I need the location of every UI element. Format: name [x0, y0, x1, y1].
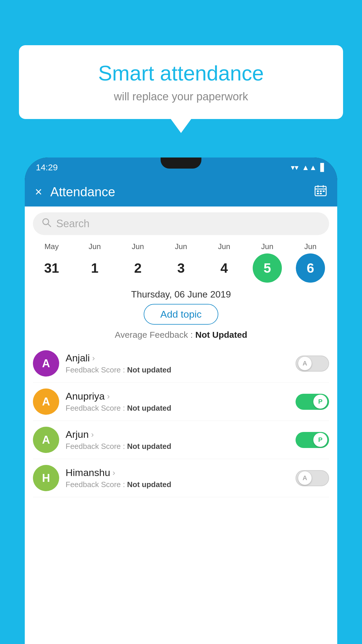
cal-date-number[interactable]: 6: [296, 253, 325, 283]
feedback-value: Not updated: [127, 404, 171, 412]
svg-rect-8: [320, 193, 322, 194]
avg-feedback-value: Not Updated: [195, 330, 247, 340]
student-name: Himanshu ›: [66, 467, 296, 478]
speech-bubble: Smart attendance will replace your paper…: [19, 45, 343, 119]
student-feedback: Feedback Score : Not updated: [66, 365, 296, 374]
calendar-day[interactable]: May31: [34, 242, 69, 283]
toggle-container[interactable]: P: [296, 432, 329, 448]
cal-month-label: Jun: [261, 242, 273, 251]
feedback-value: Not updated: [127, 480, 171, 489]
toggle-knob: P: [313, 395, 327, 409]
feedback-value: Not updated: [127, 365, 171, 374]
student-info: Himanshu ›Feedback Score : Not updated: [66, 467, 296, 489]
bubble-subtitle: will replace your paperwork: [36, 90, 326, 103]
calendar-day[interactable]: Jun4: [207, 242, 242, 283]
chevron-icon: ›: [91, 430, 94, 439]
calendar-day[interactable]: Jun2: [120, 242, 155, 283]
calendar-day[interactable]: Jun3: [164, 242, 198, 283]
cal-month-label: Jun: [132, 242, 144, 251]
cal-date-number[interactable]: 3: [166, 253, 196, 283]
student-feedback: Feedback Score : Not updated: [66, 480, 296, 489]
student-item[interactable]: AArjun ›Feedback Score : Not updatedP: [33, 421, 329, 459]
student-feedback: Feedback Score : Not updated: [66, 404, 296, 413]
average-feedback: Average Feedback : Not Updated: [25, 330, 337, 340]
avg-feedback-label: Average Feedback :: [115, 330, 195, 340]
phone-notch: [161, 158, 201, 169]
avatar: A: [33, 427, 59, 453]
app-bar: × Attendance: [25, 177, 337, 206]
avatar: H: [33, 465, 59, 491]
calendar-icon[interactable]: [314, 184, 327, 200]
cal-month-label: Jun: [218, 242, 230, 251]
toggle-container[interactable]: P: [296, 394, 329, 410]
avatar: A: [33, 350, 59, 377]
search-bar[interactable]: Search: [33, 212, 329, 235]
toggle-knob: P: [313, 433, 327, 447]
phone-screen: Search May31Jun1Jun2Jun3Jun4Jun5Jun6 Thu…: [25, 206, 337, 644]
chevron-icon: ›: [92, 354, 95, 363]
cal-month-label: Jun: [89, 242, 101, 251]
calendar-day[interactable]: Jun6: [293, 242, 328, 283]
speech-bubble-container: Smart attendance will replace your paper…: [19, 45, 343, 119]
student-list: AAnjali ›Feedback Score : Not updatedAAA…: [25, 344, 337, 497]
svg-line-10: [48, 224, 51, 227]
close-button[interactable]: ×: [35, 185, 42, 199]
calendar-day[interactable]: Jun5: [250, 242, 285, 283]
attendance-toggle[interactable]: A: [296, 356, 329, 372]
cal-date-number[interactable]: 5: [253, 253, 282, 283]
status-time: 14:29: [36, 162, 58, 172]
search-icon: [42, 218, 52, 230]
cal-date-number[interactable]: 4: [210, 253, 239, 283]
svg-rect-4: [317, 190, 319, 192]
battery-icon: ▋: [320, 163, 326, 172]
student-feedback: Feedback Score : Not updated: [66, 442, 296, 451]
selected-date: Thursday, 06 June 2019: [25, 289, 337, 300]
signal-icon: ▲▲: [302, 163, 317, 172]
student-info: Anupriya ›Feedback Score : Not updated: [66, 391, 296, 413]
cal-month-label: May: [44, 242, 59, 251]
app-bar-title: Attendance: [50, 185, 314, 199]
attendance-toggle[interactable]: P: [296, 394, 329, 410]
search-input[interactable]: Search: [56, 218, 89, 230]
student-info: Anjali ›Feedback Score : Not updated: [66, 352, 296, 374]
calendar-row: May31Jun1Jun2Jun3Jun4Jun5Jun6: [25, 239, 337, 283]
avatar: A: [33, 388, 59, 415]
svg-rect-5: [320, 190, 322, 192]
student-item[interactable]: AAnjali ›Feedback Score : Not updatedA: [33, 344, 329, 383]
student-name: Anupriya ›: [66, 391, 296, 402]
toggle-container[interactable]: A: [296, 356, 329, 372]
add-topic-button[interactable]: Add topic: [144, 304, 218, 325]
cal-month-label: Jun: [175, 242, 187, 251]
phone-frame: 14:29 ▾▾ ▲▲ ▋ × Attendance: [25, 158, 337, 644]
chevron-icon: ›: [107, 392, 110, 401]
cal-date-number[interactable]: 31: [37, 253, 66, 283]
attendance-toggle[interactable]: P: [296, 432, 329, 448]
svg-rect-7: [317, 193, 319, 194]
toggle-knob: A: [298, 471, 312, 485]
feedback-value: Not updated: [127, 442, 171, 451]
student-name: Arjun ›: [66, 429, 296, 440]
toggle-container[interactable]: A: [296, 470, 329, 486]
student-item[interactable]: HHimanshu ›Feedback Score : Not updatedA: [33, 459, 329, 497]
bubble-title: Smart attendance: [36, 61, 326, 85]
cal-month-label: Jun: [304, 242, 317, 251]
student-info: Arjun ›Feedback Score : Not updated: [66, 429, 296, 451]
toggle-knob: A: [298, 356, 312, 370]
chevron-icon: ›: [113, 468, 115, 477]
cal-date-number[interactable]: 1: [80, 253, 109, 283]
attendance-toggle[interactable]: A: [296, 470, 329, 486]
student-name: Anjali ›: [66, 352, 296, 364]
wifi-icon: ▾▾: [291, 163, 298, 172]
calendar-day[interactable]: Jun1: [77, 242, 112, 283]
svg-rect-6: [323, 190, 325, 192]
student-item[interactable]: AAnupriya ›Feedback Score : Not updatedP: [33, 383, 329, 421]
status-icons: ▾▾ ▲▲ ▋: [291, 163, 326, 172]
cal-date-number[interactable]: 2: [123, 253, 152, 283]
